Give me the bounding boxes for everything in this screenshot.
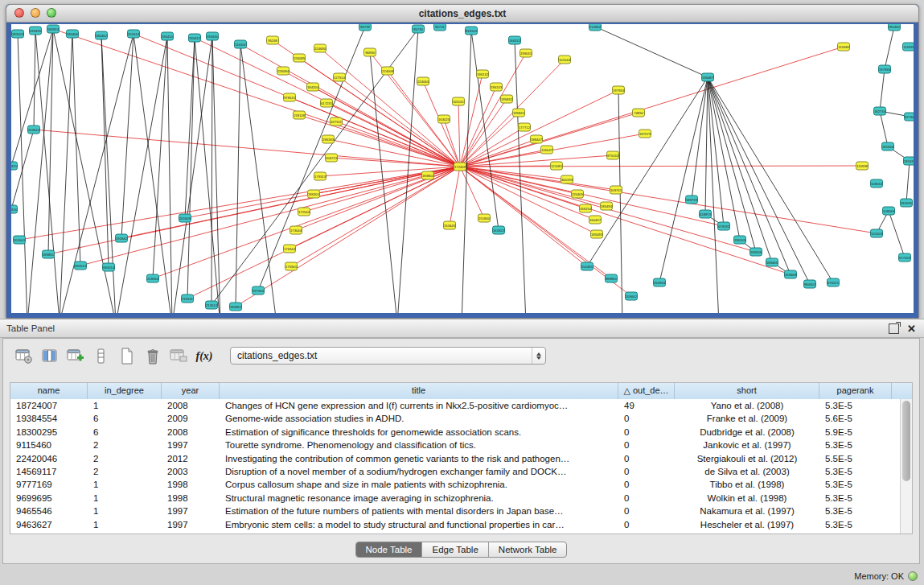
graph-node[interactable]: 160457 (589, 216, 602, 224)
tab-node-table[interactable]: Node Table (356, 542, 423, 557)
tab-network-table[interactable]: Network Table (489, 542, 567, 557)
graph-node[interactable]: 115938 (856, 162, 869, 170)
graph-node[interactable]: 181635 (904, 157, 914, 165)
column-header-name[interactable]: name (10, 383, 88, 399)
graph-node[interactable]: 163025 (438, 115, 450, 123)
graph-node[interactable]: 180924 (47, 25, 60, 33)
graph-node[interactable]: 180406 (67, 30, 79, 38)
graph-node[interactable]: 193430 (207, 32, 219, 40)
graph-node[interactable]: 590513 (75, 262, 87, 270)
graph-node[interactable]: 173044 (290, 226, 302, 234)
graph-node[interactable]: 161822 (493, 226, 505, 234)
graph-node[interactable]: 224690 (314, 44, 326, 52)
graph-node[interactable]: 85739 (359, 24, 372, 31)
graph-node[interactable]: 875132 (607, 151, 619, 159)
graph-node[interactable]: 322011 (453, 97, 465, 105)
graph-node[interactable]: 676221 (827, 278, 840, 286)
column-header-pagerank[interactable]: pagerank (819, 383, 892, 399)
graph-node[interactable]: 201603 (14, 236, 26, 244)
graph-node[interactable]: 190412 (189, 34, 201, 42)
graph-node[interactable]: 152481 (581, 262, 593, 270)
graph-node[interactable]: 182861 (230, 303, 242, 311)
graph-node[interactable]: 220405 (572, 190, 584, 198)
graph-node[interactable]: 978531 (284, 93, 296, 101)
graph-node[interactable]: 188447 (531, 135, 543, 143)
table-row[interactable]: 1938455462009Genome-wide association stu… (10, 412, 900, 425)
graph-node[interactable]: 172544 (298, 208, 310, 216)
table-panel-titlebar[interactable]: Table Panel ✕ (0, 319, 924, 338)
graph-node[interactable]: 205602 (626, 292, 638, 300)
graph-node[interactable]: 989861 (606, 274, 618, 282)
graph-node[interactable]: 177712 (519, 123, 531, 131)
graph-node[interactable]: 984502 (804, 280, 816, 288)
network-canvas[interactable]: 1831031934351809241804061804622016141904… (11, 24, 914, 313)
graph-node[interactable]: 166154 (580, 204, 592, 212)
import-table-icon[interactable] (169, 347, 188, 366)
graph-node[interactable]: 85731 (434, 24, 446, 31)
graph-node[interactable]: 120103 (871, 229, 883, 237)
table-row[interactable]: 911546021997Tourette syndrome. Phenomeno… (10, 439, 900, 451)
graph-node[interactable]: 193435 (30, 27, 42, 35)
delete-table-icon[interactable] (143, 347, 162, 366)
graph-node[interactable]: 224060 (417, 77, 429, 85)
graph-node[interactable]: 201609 (179, 214, 191, 222)
graph-node[interactable]: 184200 (307, 83, 319, 91)
column-header-in_degree[interactable]: in_degree (88, 383, 162, 399)
graph-node[interactable]: 206713 (326, 154, 338, 162)
graph-node[interactable]: 108034 (871, 179, 883, 187)
graph-node[interactable]: 189465 (766, 258, 778, 266)
column-header-title[interactable]: title (220, 383, 618, 399)
graph-node[interactable]: 195832 (501, 95, 513, 103)
column-header-short[interactable]: short (675, 383, 819, 399)
graph-node[interactable]: 226084 (277, 67, 290, 75)
float-panel-icon[interactable] (889, 323, 899, 334)
graph-node[interactable]: 182734 (874, 107, 886, 115)
graph-node[interactable]: 183103 (12, 30, 24, 38)
table-row[interactable]: 1456911722003Disruption of a novel membe… (10, 465, 900, 478)
close-window-button[interactable] (14, 8, 24, 18)
graph-node[interactable]: 197934 (613, 86, 625, 94)
graph-node[interactable]: 181636 (901, 199, 913, 207)
graph-node[interactable]: 181634 (882, 142, 894, 150)
graph-node[interactable]: 203610 (28, 126, 40, 134)
graph-node[interactable]: 180462 (96, 31, 108, 39)
table-row[interactable]: 946554611997Estimation of the future num… (10, 505, 900, 517)
graph-node[interactable]: 197344 (253, 286, 265, 295)
graph-node[interactable]: 281462 (889, 24, 901, 31)
column-header-year[interactable]: year (162, 383, 220, 399)
graph-node[interactable]: 201614 (128, 30, 140, 38)
graph-node[interactable]: 218118 (294, 111, 306, 119)
table-row[interactable]: 1830029562008Estimation of significance … (10, 426, 900, 439)
tab-edge-table[interactable]: Edge Table (422, 542, 488, 557)
zoom-window-button[interactable] (47, 8, 56, 18)
graph-node[interactable]: 460193 (561, 175, 573, 183)
graph-node[interactable]: 179313 (314, 172, 326, 180)
graph-node[interactable]: 169105 (750, 248, 762, 256)
table-settings-icon[interactable] (14, 347, 34, 366)
graph-node[interactable]: 214904 (589, 24, 602, 31)
graph-node[interactable]: 95268 (267, 36, 279, 44)
graph-node[interactable]: 196132 (477, 70, 489, 78)
graph-node[interactable]: 166312 (509, 36, 521, 44)
graph-node[interactable]: 189733 (686, 196, 698, 204)
graph-node[interactable]: 116047 (541, 146, 553, 154)
graph-node[interactable]: 927341 (905, 113, 914, 121)
network-viewport[interactable]: 1831031934351809241804061804622016141904… (11, 24, 914, 313)
create-column-icon[interactable] (66, 347, 85, 366)
minimize-window-button[interactable] (31, 8, 40, 18)
graph-node[interactable]: 199031 (520, 49, 532, 57)
graph-node[interactable]: 195841 (513, 109, 525, 117)
graph-node[interactable]: 153445 (444, 221, 456, 229)
graph-node[interactable]: 109741 (610, 186, 622, 194)
graph-node[interactable]: 224008 (382, 67, 394, 75)
graph-node[interactable]: 160934 (654, 278, 666, 286)
graph-node[interactable]: 115480 (838, 43, 850, 51)
graph-node[interactable]: 617231 (321, 99, 333, 107)
graph-node[interactable]: 196487 (702, 73, 714, 81)
graph-node[interactable]: 85730 (413, 25, 425, 33)
graph-node[interactable]: 679192 (718, 222, 730, 230)
graph-node[interactable]: 115933 (903, 43, 914, 51)
column-header-out_de[interactable]: △ out_de… (618, 383, 675, 399)
graph-node[interactable]: 418973 (700, 210, 712, 218)
graph-node[interactable]: 196133 (491, 83, 503, 91)
